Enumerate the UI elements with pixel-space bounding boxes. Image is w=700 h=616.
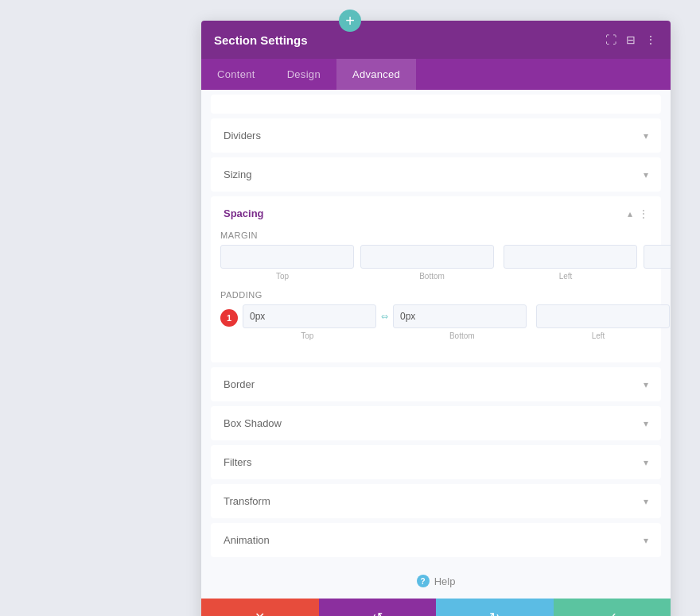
spacing-header-icons: ▴ ⋮ — [628, 208, 648, 219]
border-row[interactable]: Border ▾ — [211, 367, 661, 401]
dividers-label: Dividers — [224, 130, 261, 141]
redo-button[interactable]: ↻ — [436, 599, 554, 616]
section-settings-panel: Section Settings ⛶ ⊟ ⋮ Content Design Ad… — [201, 21, 671, 616]
border-label: Border — [224, 378, 255, 390]
padding-left-right: Left Right — [536, 304, 671, 340]
margin-top-bottom-sublabels: Top Bottom — [220, 272, 494, 281]
padding-bottom-sublabel: Bottom — [398, 331, 527, 340]
help-icon: ? — [417, 575, 430, 587]
partial-top-row — [211, 95, 661, 114]
padding-label: Padding — [220, 290, 651, 300]
padding-left-right-sublabels: Left Right — [536, 331, 671, 340]
padding-top-bottom: ⇔ Top Bottom — [243, 304, 527, 340]
box-shadow-label: Box Shadow — [224, 417, 282, 429]
cancel-button[interactable]: ✕ — [201, 599, 319, 616]
spacing-content: Margin Top Bottom — [211, 231, 661, 362]
bottom-toolbar: ✕ ↺ ↻ ✓ — [201, 599, 671, 616]
margin-top-bottom: Top Bottom — [220, 245, 494, 281]
margin-left-sublabel: Left — [504, 272, 628, 281]
filters-row[interactable]: Filters ▾ — [211, 445, 661, 479]
tab-content[interactable]: Content — [201, 59, 271, 90]
panel-title: Section Settings — [214, 33, 308, 47]
sizing-label: Sizing — [224, 169, 251, 180]
sizing-row[interactable]: Sizing ▾ — [211, 157, 661, 192]
panel-body: Dividers ▾ Sizing ▾ Spacing ▴ ⋮ — [201, 90, 671, 599]
help-row: ? Help — [201, 562, 671, 599]
page-wrapper: + Section Settings ⛶ ⊟ ⋮ Content Design … — [0, 0, 700, 616]
padding-row: 1 ⇔ Top Bottom — [220, 304, 651, 340]
spacing-header[interactable]: Spacing ▴ ⋮ — [211, 196, 661, 231]
margin-top-sublabel: Top — [220, 272, 344, 281]
margin-left-right-inputs — [504, 245, 671, 269]
save-button[interactable]: ✓ — [554, 599, 671, 616]
margin-label: Margin — [220, 231, 651, 240]
header-icons: ⛶ ⊟ ⋮ — [604, 32, 658, 48]
more-options-icon[interactable]: ⋮ — [644, 32, 658, 48]
tab-advanced[interactable]: Advanced — [336, 59, 416, 90]
sizing-chevron-icon: ▾ — [644, 169, 648, 180]
padding-top-bottom-inputs: ⇔ — [243, 304, 527, 328]
spacing-chevron-up-icon: ▴ — [628, 208, 632, 219]
padding-left-right-inputs — [536, 304, 671, 328]
animation-label: Animation — [224, 534, 270, 546]
padding-top-bottom-sublabels: Top Bottom — [243, 331, 527, 340]
panel-header: Section Settings ⛶ ⊟ ⋮ — [201, 21, 671, 59]
filters-label: Filters — [224, 456, 251, 468]
margin-bottom-sublabel: Bottom — [370, 272, 494, 281]
tab-design[interactable]: Design — [271, 59, 336, 90]
margin-right-input[interactable] — [644, 245, 671, 269]
undo-button[interactable]: ↺ — [319, 599, 437, 616]
tabs-bar: Content Design Advanced — [201, 59, 671, 90]
margin-right-sublabel: Right — [653, 272, 671, 281]
help-text[interactable]: Help — [434, 575, 456, 587]
margin-left-right: Left Right — [504, 245, 671, 281]
padding-top-sublabel: Top — [243, 331, 372, 340]
columns-icon[interactable]: ⊟ — [624, 32, 637, 48]
animation-chevron-icon: ▾ — [644, 535, 648, 546]
dividers-row[interactable]: Dividers ▾ — [211, 118, 661, 153]
margin-top-input[interactable] — [220, 245, 354, 269]
border-chevron-icon: ▾ — [644, 379, 648, 390]
dividers-chevron-icon: ▾ — [644, 130, 648, 141]
padding-link-icon[interactable]: ⇔ — [379, 312, 390, 322]
padding-top-input[interactable] — [243, 304, 376, 328]
transform-label: Transform — [224, 495, 270, 507]
padding-bottom-input[interactable] — [393, 304, 527, 328]
spacing-more-icon[interactable]: ⋮ — [639, 208, 648, 219]
add-section-button[interactable]: + — [339, 10, 361, 32]
padding-left-sublabel: Left — [536, 331, 660, 340]
margin-bottom-input[interactable] — [360, 245, 494, 269]
padding-left-input[interactable] — [536, 304, 670, 328]
step-badge: 1 — [220, 309, 238, 327]
transform-row[interactable]: Transform ▾ — [211, 484, 661, 518]
margin-top-bottom-inputs — [220, 245, 494, 269]
box-shadow-chevron-icon: ▾ — [644, 418, 648, 429]
spacing-title: Spacing — [224, 207, 264, 219]
filters-chevron-icon: ▾ — [644, 457, 648, 468]
spacing-section: Spacing ▴ ⋮ Margin — [211, 196, 661, 362]
box-shadow-row[interactable]: Box Shadow ▾ — [211, 406, 661, 440]
transform-chevron-icon: ▾ — [644, 496, 648, 507]
animation-row[interactable]: Animation ▾ — [211, 523, 661, 557]
margin-left-right-sublabels: Left Right — [504, 272, 671, 281]
fullscreen-icon[interactable]: ⛶ — [604, 32, 618, 48]
margin-left-input[interactable] — [504, 245, 637, 269]
margin-row: Top Bottom — [220, 245, 651, 281]
